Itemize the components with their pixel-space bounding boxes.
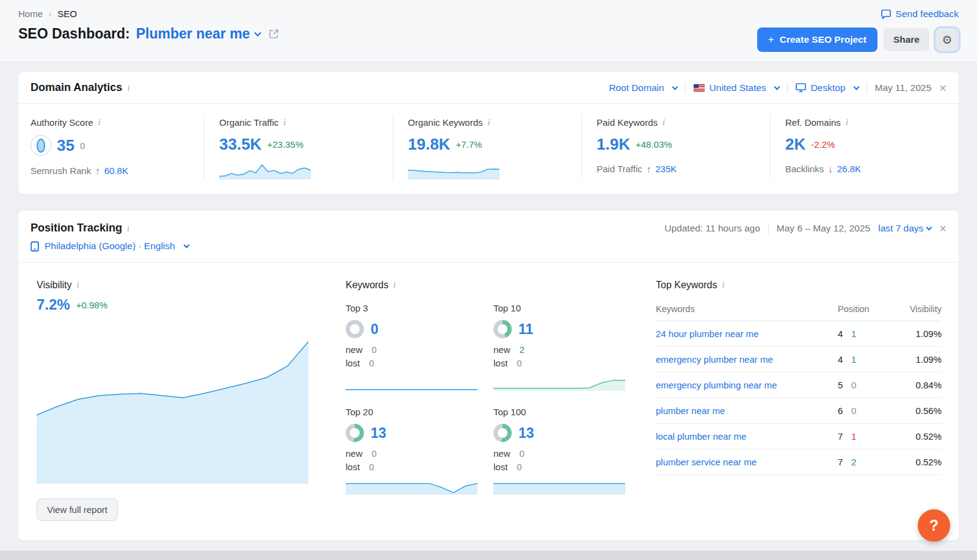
keyword-link[interactable]: emergency plumber near me — [656, 354, 773, 365]
info-icon[interactable] — [722, 280, 725, 290]
info-icon[interactable] — [127, 84, 129, 93]
organic-traffic-delta: +23.35% — [267, 139, 303, 150]
chevron-down-icon — [853, 84, 859, 90]
keyword-link[interactable]: local plumber near me — [656, 431, 746, 442]
position-change: 1 — [851, 329, 856, 339]
top20-lost: 0 — [369, 462, 374, 472]
top20-donut-chart — [346, 424, 364, 442]
top100-new: 0 — [520, 448, 525, 459]
top100-donut-chart — [493, 424, 512, 442]
settings-button[interactable] — [935, 28, 959, 51]
table-row: emergency plumbing near me 50 0.84% — [656, 373, 942, 398]
position-change: 0 — [851, 380, 856, 390]
country-filter[interactable]: United States — [694, 82, 779, 93]
position-change: 1 — [851, 354, 856, 365]
top3-sparkline — [346, 375, 478, 391]
ref-domains-delta: -2.2% — [811, 139, 835, 150]
top10-sparkline — [493, 375, 625, 391]
feedback-bubble-icon — [881, 9, 892, 20]
visibility-value: 7.2% — [37, 296, 70, 313]
date-range-label: May 6 – May 12, 2025 — [777, 223, 870, 234]
divider — [685, 82, 686, 93]
gear-icon — [942, 33, 952, 47]
keyword-link[interactable]: plumber service near me — [656, 457, 757, 467]
top10-donut-chart — [493, 320, 512, 338]
top100-sparkline — [493, 479, 625, 495]
top-bar: Home › SEO SEO Dashboard: Plumber near m… — [0, 0, 977, 62]
ref-domains-value: 2K — [785, 135, 805, 154]
position-change: 2 — [851, 457, 856, 467]
info-icon[interactable] — [663, 118, 665, 128]
position-tracking-title: Position Tracking — [31, 222, 122, 234]
share-button[interactable]: Share — [884, 28, 929, 51]
page-title: SEO Dashboard: — [18, 26, 130, 42]
create-seo-project-button[interactable]: Create SEO Project — [757, 27, 877, 52]
position-tracking-widget: Position Tracking Updated: 11 hours ago … — [18, 211, 959, 540]
table-row: plumber near me 60 0.56% — [656, 398, 942, 424]
visibility-section: Visibility 7.2% +0.98% View full report — [37, 280, 324, 521]
info-icon[interactable] — [98, 118, 101, 128]
divider — [866, 82, 867, 93]
paid-keywords-metric: Paid Keywords 1.9K +48.03% Paid Traffic … — [581, 115, 770, 180]
date-range-selector[interactable]: last 7 days — [878, 223, 931, 234]
top3-donut-chart — [346, 320, 364, 338]
keyword-link[interactable]: 24 hour plumber near me — [656, 329, 758, 339]
paid-keywords-value: 1.9K — [597, 135, 630, 154]
authority-gauge-icon — [31, 135, 51, 156]
col-header-keywords: Keywords — [656, 300, 838, 321]
visibility-area-chart — [37, 329, 308, 484]
info-icon[interactable] — [488, 118, 490, 128]
desktop-icon — [796, 83, 806, 92]
root-domain-filter[interactable]: Root Domain — [609, 82, 677, 93]
chevron-down-icon — [255, 29, 261, 36]
help-button[interactable]: ? — [918, 509, 950, 542]
divider — [768, 223, 769, 234]
authority-score-value: 35 — [57, 136, 74, 155]
project-selector[interactable]: Plumber near me — [136, 26, 261, 42]
close-icon[interactable] — [939, 82, 946, 94]
organic-traffic-value: 33.5K — [219, 135, 261, 154]
ref-domains-metric: Ref. Domains 2K -2.2% Backlinks 26.8K — [770, 115, 959, 180]
send-feedback-link[interactable]: Send feedback — [881, 9, 959, 20]
table-row: local plumber near me 71 0.52% — [656, 424, 942, 449]
date-label: May 11, 2025 — [875, 82, 932, 93]
device-phone-icon — [31, 241, 39, 252]
visibility-delta: +0.98% — [76, 300, 107, 310]
paid-keywords-delta: +48.03% — [636, 139, 672, 150]
chevron-down-icon — [183, 242, 189, 249]
divider — [787, 82, 788, 93]
organic-keywords-delta: +7.7% — [456, 139, 482, 150]
breadcrumb-separator-icon: › — [49, 9, 51, 18]
top-keywords-section: Top Keywords Keywords Position Visibilit… — [656, 280, 946, 521]
device-filter[interactable]: Desktop — [796, 82, 859, 93]
breadcrumb: Home › SEO — [18, 9, 279, 19]
info-icon[interactable] — [283, 118, 286, 128]
keyword-link[interactable]: emergency plumbing near me — [656, 380, 777, 390]
updated-label: Updated: 11 hours ago — [664, 223, 760, 234]
organic-keywords-value: 19.8K — [408, 135, 450, 154]
chevron-down-icon — [672, 84, 678, 90]
breadcrumb-seo: SEO — [57, 9, 77, 19]
backlinks-value[interactable]: 26.8K — [837, 164, 861, 174]
table-row: plumber service near me 72 0.52% — [656, 449, 942, 475]
top3-lost: 0 — [369, 358, 374, 368]
info-icon[interactable] — [127, 224, 129, 233]
keyword-link[interactable]: plumber near me — [656, 405, 725, 416]
bottom-edge — [0, 551, 977, 560]
info-icon[interactable] — [393, 280, 396, 290]
domain-analytics-title: Domain Analytics — [31, 81, 122, 93]
paid-traffic-value[interactable]: 235K — [655, 164, 677, 174]
external-link-icon[interactable] — [269, 29, 279, 39]
col-header-position: Position — [838, 300, 894, 321]
semrush-rank-value[interactable]: 60.8K — [104, 165, 128, 176]
info-icon[interactable] — [846, 118, 848, 128]
table-row: 24 hour plumber near me 41 1.09% — [656, 321, 942, 347]
top-keywords-table: Keywords Position Visibility 24 hour plu… — [656, 300, 942, 475]
view-full-report-button[interactable]: View full report — [37, 498, 118, 521]
main-content: Domain Analytics Root Domain United Stat… — [0, 62, 977, 540]
close-icon[interactable] — [939, 222, 946, 235]
info-icon[interactable] — [77, 280, 79, 290]
chevron-down-icon — [926, 224, 932, 230]
campaign-location-selector[interactable]: Philadelphia (Google) · English — [18, 236, 959, 263]
breadcrumb-home[interactable]: Home — [18, 9, 43, 19]
